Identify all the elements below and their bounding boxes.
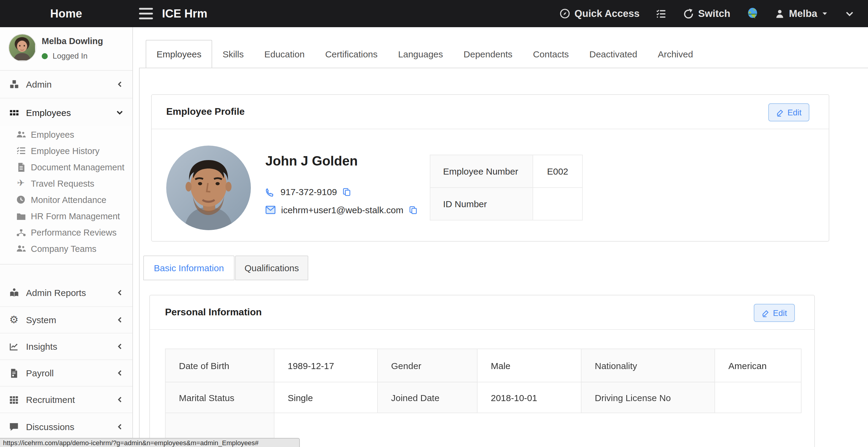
- id-number-label: ID Number: [430, 188, 533, 220]
- copy-email-icon[interactable]: [409, 205, 418, 215]
- sidebar-user-block: Melba Dowling Logged In: [0, 27, 132, 71]
- sidebar-item-label: Performance Reviews: [31, 227, 117, 237]
- user-menu[interactable]: Melba: [775, 8, 828, 19]
- tasks-button[interactable]: [656, 8, 667, 19]
- table-row: Marital Status Single Joined Date 2018-1…: [165, 382, 801, 413]
- id-number-value: [533, 188, 582, 220]
- topbar-actions: Quick Access Switch: [560, 0, 855, 27]
- grid-icon: [8, 395, 19, 405]
- tab-archived[interactable]: Archived: [647, 40, 703, 68]
- tab-deactivated[interactable]: Deactivated: [579, 40, 647, 68]
- collapse-topbar-button[interactable]: [844, 8, 855, 19]
- tab-languages[interactable]: Languages: [388, 40, 453, 68]
- sidebar-item-label: Employee History: [31, 146, 99, 156]
- personal-information-table: Date of Birth 1989-12-17 Gender Male Nat…: [165, 349, 802, 447]
- sidebar-item-label: Travel Requests: [31, 179, 94, 188]
- joined-date-value: 2018-10-01: [477, 382, 581, 413]
- table-row: Employee Number E002: [430, 155, 582, 188]
- book-reader-icon: [8, 287, 19, 297]
- edit-button-label: Edit: [787, 108, 802, 117]
- language-globe-button[interactable]: [746, 7, 758, 20]
- personal-information-card: Personal Information Edit Date of Birth …: [149, 295, 815, 447]
- sidebar-item-monitor-attendance[interactable]: Monitor Attendance: [0, 191, 132, 208]
- tab-skills[interactable]: Skills: [212, 40, 254, 68]
- chevron-left-icon: [116, 396, 124, 404]
- dob-value: 1989-12-17: [274, 349, 377, 382]
- personal-information-edit-button[interactable]: Edit: [753, 304, 795, 322]
- tab-basic-information[interactable]: Basic Information: [143, 256, 235, 280]
- tab-certifications[interactable]: Certifications: [315, 40, 388, 68]
- quick-access-button[interactable]: Quick Access: [560, 8, 640, 19]
- caret-down-icon: [822, 10, 828, 17]
- sidebar-item-travel-requests[interactable]: ✈ Travel Requests: [0, 175, 132, 191]
- current-user-avatar[interactable]: [8, 34, 36, 62]
- sidebar-item-label: Payroll: [26, 368, 116, 378]
- logged-in-label: Logged In: [53, 51, 88, 60]
- gears-icon: ⚙: [8, 315, 19, 325]
- sidebar-item-employees[interactable]: Employees: [0, 126, 132, 142]
- quick-access-label: Quick Access: [575, 8, 640, 19]
- task-list-icon: [656, 8, 667, 19]
- copy-phone-icon[interactable]: [342, 187, 351, 197]
- sidebar-item-payroll[interactable]: Payroll: [0, 360, 132, 387]
- plane-icon: ✈: [15, 179, 27, 188]
- sidebar-item-employee-history[interactable]: Employee History: [0, 142, 132, 159]
- gender-value: Male: [477, 349, 581, 382]
- tab-qualifications[interactable]: Qualifications: [235, 256, 308, 280]
- app-window: Home ICE Hrm Quick Access Switch: [0, 0, 868, 447]
- file-invoice-icon: [8, 368, 19, 378]
- driving-license-label: Driving License No: [581, 382, 715, 413]
- users-icon: [15, 130, 27, 139]
- gender-label: Gender: [377, 349, 477, 382]
- personal-information-header: Personal Information Edit: [150, 295, 814, 330]
- nationality-label: Nationality: [581, 349, 715, 382]
- employee-email-row: icehrm+user1@web-stalk.com: [266, 205, 418, 215]
- tab-employees[interactable]: Employees: [146, 40, 212, 68]
- sidebar-item-label: Company Teams: [31, 244, 96, 253]
- sidebar-item-label: Admin: [26, 79, 116, 89]
- tab-dependents[interactable]: Dependents: [453, 40, 523, 68]
- hamburger-menu-icon[interactable]: [139, 8, 153, 19]
- chevron-left-icon: [116, 369, 124, 377]
- tab-education[interactable]: Education: [254, 40, 315, 68]
- sidebar-item-performance-reviews[interactable]: Performance Reviews: [0, 224, 132, 241]
- user-icon: [775, 9, 784, 19]
- switch-button[interactable]: Switch: [683, 8, 730, 19]
- joined-date-label: Joined Date: [377, 382, 477, 413]
- chevron-left-icon: [116, 343, 124, 350]
- employee-email[interactable]: icehrm+user1@web-stalk.com: [281, 205, 403, 215]
- sidebar-item-admin-reports[interactable]: Admin Reports: [0, 279, 132, 307]
- sidebar-item-document-management[interactable]: Document Management: [0, 159, 132, 175]
- nationality-value: American: [715, 349, 801, 382]
- home-link[interactable]: Home: [50, 0, 82, 27]
- chevron-down-icon: [116, 108, 124, 117]
- employee-photo[interactable]: [166, 146, 251, 230]
- comment-icon: [8, 422, 19, 431]
- marital-status-value: Single: [274, 382, 377, 413]
- chart-line-icon: [8, 342, 19, 351]
- sidebar-item-system[interactable]: ⚙ System: [0, 307, 132, 333]
- switch-label: Switch: [698, 8, 730, 19]
- sidebar-item-label: Employees: [26, 107, 116, 118]
- employee-profile-edit-button[interactable]: Edit: [768, 103, 809, 121]
- sidebar-item-company-teams[interactable]: Company Teams: [0, 241, 132, 257]
- top-navbar: Home ICE Hrm Quick Access Switch: [0, 0, 868, 27]
- tab-contacts[interactable]: Contacts: [523, 40, 579, 68]
- employee-phone[interactable]: 917-372-9109: [280, 187, 337, 197]
- sidebar-item-recruitment[interactable]: Recruitment: [0, 387, 132, 413]
- cubes-icon: [8, 79, 19, 89]
- sidebar-item-hr-form-management[interactable]: HR Form Management: [0, 208, 132, 224]
- sidebar-item-label: Document Management: [31, 162, 125, 172]
- marital-status-label: Marital Status: [165, 382, 274, 413]
- sidebar-item-admin[interactable]: Admin: [0, 71, 132, 98]
- sidebar-user-status: Logged In: [42, 51, 88, 60]
- sidebar-item-employees-group[interactable]: Employees: [0, 98, 132, 126]
- sidebar-item-label: Discussions: [26, 421, 116, 432]
- pen-icon: [761, 309, 769, 317]
- document-icon: [15, 162, 27, 172]
- sidebar-item-discussions[interactable]: Discussions: [0, 413, 132, 440]
- chevron-left-icon: [116, 81, 124, 88]
- sidebar-item-insights[interactable]: Insights: [0, 333, 132, 360]
- pen-icon: [776, 108, 784, 116]
- employee-id-table: Employee Number E002 ID Number: [430, 155, 583, 221]
